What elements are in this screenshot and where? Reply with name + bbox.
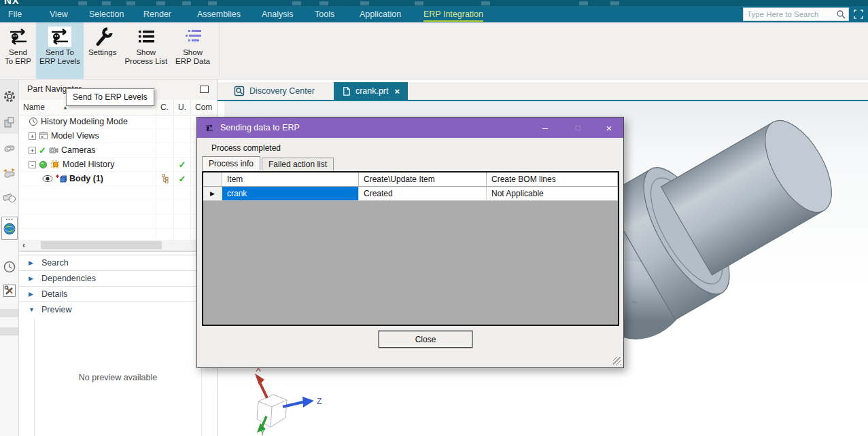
row-selector-icon[interactable]: ▶ — [203, 187, 222, 201]
constraint-navigator-icon[interactable] — [2, 166, 17, 181]
scrollbar-thumb[interactable] — [41, 241, 162, 249]
search-icon — [836, 10, 846, 19]
nx-logo: NX — [4, 0, 20, 6]
nx-application-window: NX File View Selection Render Assemblies… — [0, 0, 868, 436]
toolbar-ghost-icon — [102, 1, 111, 5]
tree-empty-row — [19, 200, 217, 215]
section-tool-icon[interactable] — [2, 189, 17, 204]
no-preview-text: No preview available — [79, 373, 157, 382]
tree-row-model-views[interactable]: + Model Views — [19, 129, 217, 143]
column-header-create-bom-lines[interactable]: Create BOM lines — [487, 172, 618, 187]
web-browser-globe-icon — [2, 221, 17, 236]
tab-label: Discovery Center — [249, 86, 315, 96]
model-history-icon — [50, 160, 60, 169]
column-header-c[interactable]: C. — [156, 100, 174, 115]
web-browser-tab-selected[interactable]: ••• — [1, 217, 18, 240]
chevron-right-icon: ▶ — [29, 291, 34, 297]
cell-item[interactable]: crank — [222, 187, 359, 201]
show-process-list-button[interactable]: Show Process List — [121, 22, 171, 79]
cell-create-update[interactable]: Created — [359, 187, 487, 201]
toolbar-ghost-icon — [182, 1, 191, 5]
fullscreen-icon[interactable] — [853, 9, 864, 20]
column-label: Com — [195, 103, 212, 112]
settings-wrench-icon — [91, 26, 114, 47]
show-erp-data-button[interactable]: Show ERP Data — [172, 22, 213, 79]
toolbar-ghost-icon — [579, 1, 588, 5]
menu-item-erp-integration[interactable]: ERP Integration — [423, 10, 483, 22]
menu-item-render[interactable]: Render — [143, 10, 171, 19]
toolbar-ghost-icon — [292, 1, 301, 5]
section-details[interactable]: ▶ Details — [19, 286, 217, 302]
tab-close-icon[interactable]: × — [395, 87, 400, 96]
toolbar-ghost-icon — [78, 1, 87, 5]
menu-item-assemblies[interactable]: Assemblies — [197, 10, 241, 19]
tab-process-info[interactable]: Process info — [202, 156, 260, 170]
history-palette-icon[interactable] — [2, 259, 17, 274]
column-header-u[interactable]: U. — [174, 100, 191, 115]
section-search[interactable]: ▶ Search — [19, 255, 217, 270]
tree-empty-row — [19, 186, 217, 200]
settings-button[interactable]: Settings — [85, 22, 120, 79]
close-button[interactable]: Close — [379, 331, 472, 348]
column-header-item[interactable]: Item — [222, 172, 359, 187]
send-to-erp-button[interactable]: Send To ERP — [1, 22, 35, 79]
menu-item-file[interactable]: File — [8, 10, 22, 19]
dialog-title-bar[interactable]: Sending data to ERP – □ × — [197, 117, 623, 138]
horizontal-scrollbar[interactable]: ‹ — [19, 240, 217, 252]
triad-y-label: Y — [260, 428, 265, 436]
visibility-eye-icon[interactable] — [42, 175, 53, 183]
quick-access-toolbar: NX — [0, 0, 868, 6]
send-to-erp-levels-button[interactable]: Send To ERP Levels — [36, 22, 84, 79]
send-to-erp-icon — [7, 26, 30, 47]
minimize-icon[interactable]: – — [534, 117, 556, 138]
solid-body-icon — [56, 174, 67, 183]
tree-row-body-1[interactable]: Body (1) ✓ — [19, 172, 217, 186]
resize-grip[interactable] — [613, 357, 621, 365]
tooltip: Send To ERP Levels — [66, 88, 154, 106]
chevron-right-icon: ▶ — [29, 275, 34, 282]
tree-row-cameras[interactable]: + ✓ Cameras — [19, 143, 217, 158]
undock-panel-icon[interactable] — [200, 86, 209, 93]
menu-item-tools[interactable]: Tools — [315, 10, 334, 19]
tab-crank-prt[interactable]: crank.prt × — [334, 82, 408, 100]
scroll-left-icon[interactable]: ‹ — [19, 240, 29, 250]
search-input[interactable] — [744, 10, 836, 18]
command-search-box[interactable] — [743, 7, 849, 21]
toolbar-ghost-icon — [126, 1, 135, 5]
maximize-icon[interactable]: □ — [567, 117, 589, 138]
tree-item-label: Model Views — [51, 131, 99, 141]
tab-failed-action-list[interactable]: Failed action list — [262, 158, 334, 170]
section-dependencies[interactable]: ▶ Dependencies — [19, 270, 217, 286]
tab-discovery-center[interactable]: Discovery Center — [226, 82, 323, 100]
section-label: Dependencies — [41, 274, 96, 283]
tree-item-label: Cameras — [61, 145, 96, 155]
menu-item-selection[interactable]: Selection — [89, 10, 124, 19]
cell-bom[interactable]: Not Applicable — [487, 187, 618, 201]
collapse-icon[interactable]: - — [29, 161, 36, 168]
assembly-navigator-gear-icon[interactable] — [2, 89, 17, 104]
button-label: Show — [136, 48, 156, 57]
tools-palette-icon[interactable] — [2, 283, 17, 298]
table-row-crank[interactable]: ▶ crank Created Not Applicable — [203, 187, 618, 201]
tree-row-model-history[interactable]: - Model History ✓ — [19, 158, 217, 172]
button-label: Settings — [88, 48, 117, 57]
checkmark-icon: ✓ — [39, 146, 46, 155]
resource-bar-separator — [0, 327, 18, 335]
part-navigator-icon[interactable] — [2, 115, 17, 130]
toolbar-ghost-icon — [610, 1, 619, 5]
menu-item-analysis[interactable]: Analysis — [262, 10, 294, 19]
expand-icon[interactable]: + — [29, 132, 36, 140]
reuse-library-icon[interactable] — [2, 141, 17, 156]
close-icon[interactable]: × — [598, 117, 620, 138]
orientation-triad: X Z Y — [224, 359, 333, 436]
tree-row-history-modeling-mode[interactable]: History Modeling Mode — [19, 115, 217, 129]
column-header-comment[interactable]: Com — [191, 100, 217, 115]
toolbar-ghost-icon — [208, 1, 217, 5]
column-header-create-update-item[interactable]: Create\Update Item — [359, 172, 487, 187]
menu-item-application[interactable]: Application — [360, 10, 401, 19]
expand-icon[interactable]: + — [29, 147, 36, 154]
erp-data-icon — [181, 26, 205, 47]
dialog-title: Sending data to ERP — [220, 123, 300, 132]
section-preview[interactable]: ▼ Preview — [19, 302, 217, 317]
menu-item-view[interactable]: View — [50, 10, 68, 19]
